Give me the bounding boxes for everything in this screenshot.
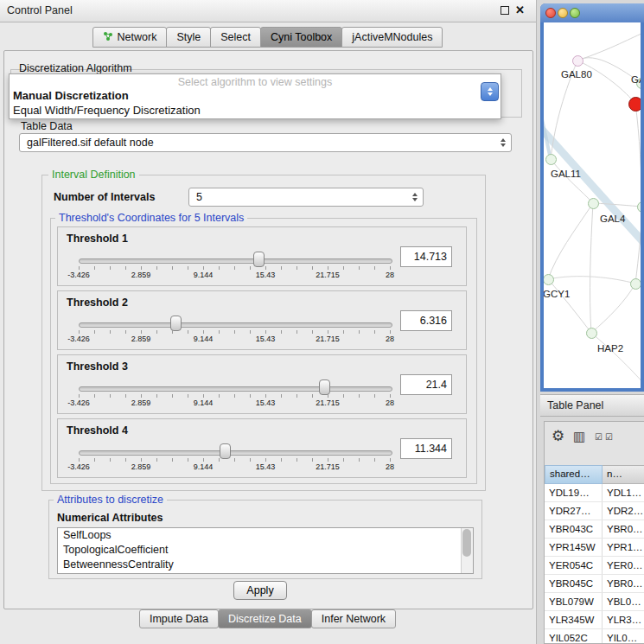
threshold-label: Threshold 4: [67, 424, 128, 437]
slider-thumb[interactable]: [253, 252, 265, 267]
tick-label: 15.43: [256, 399, 276, 407]
control-panel-titlebar: Control Panel ✕: [0, 0, 536, 22]
threshold-label: Threshold 1: [67, 233, 128, 245]
tab-label: Network: [118, 31, 157, 43]
tab-impute-data[interactable]: Impute Data: [139, 609, 219, 628]
scrollbar-thumb[interactable]: [462, 529, 471, 557]
network-node[interactable]: [630, 278, 641, 290]
tick-label: -3.426: [67, 399, 90, 407]
network-titlebar[interactable]: [540, 3, 644, 22]
tab-style[interactable]: Style: [166, 27, 211, 48]
tab-network[interactable]: Network: [92, 27, 168, 48]
checkbox-icon[interactable]: ☑: [595, 432, 603, 442]
dropdown-placeholder: Select algorithm to view settings: [10, 76, 501, 88]
tab-infer-network[interactable]: Infer Network: [311, 609, 396, 628]
number-of-intervals-combobox[interactable]: 5: [188, 188, 424, 207]
threshold-label: Threshold 2: [67, 296, 128, 309]
tab-select[interactable]: Select: [210, 27, 261, 48]
algorithm-group-legend: Discretization Algorithm: [19, 62, 132, 74]
float-window-icon[interactable]: [501, 6, 509, 15]
table-cell: YPR145W: [545, 539, 603, 556]
algorithm-option[interactable]: Equal Width/Frequency Discretization: [13, 104, 201, 117]
network-node[interactable]: [545, 154, 557, 165]
table-row[interactable]: YBR043CYBR0…: [545, 520, 644, 539]
slider-track[interactable]: [79, 322, 392, 328]
table-row[interactable]: YLR345WYLR3…: [545, 611, 644, 629]
table-row[interactable]: YIL052CYIL0…: [545, 629, 644, 644]
list-item[interactable]: BetweennessCentrality: [58, 558, 473, 572]
slider-track[interactable]: [79, 258, 392, 264]
close-light-icon[interactable]: [545, 8, 556, 18]
network-node-red[interactable]: [628, 97, 641, 112]
slider-thumb[interactable]: [170, 316, 182, 331]
network-node-label: GAL80: [561, 69, 592, 80]
columns-icon[interactable]: ▥: [573, 429, 585, 444]
algorithm-option[interactable]: Manual Discretization: [13, 89, 129, 102]
network-canvas[interactable]: GAL80GAGAL11GAL4GCY1HAP2: [544, 22, 641, 388]
tab-label: Cyni Toolbox: [271, 31, 332, 43]
close-icon[interactable]: ✕: [515, 3, 525, 16]
tick-label: 9.144: [194, 271, 214, 279]
slider-thumb[interactable]: [319, 379, 330, 395]
spinner-arrows-icon: [412, 193, 418, 201]
slider-thumb[interactable]: [220, 443, 231, 459]
panel-title: Control Panel: [7, 4, 73, 16]
tab-label: Style: [176, 31, 201, 43]
table-header-row: shared…n…: [545, 465, 644, 484]
table-data-combobox[interactable]: galFiltered.sif default node: [19, 133, 512, 152]
numerical-attributes-label: Numerical Attributes: [57, 512, 163, 524]
checkbox-icon[interactable]: ☑: [605, 432, 613, 442]
slider-ticks: [79, 266, 392, 270]
zoom-light-icon[interactable]: [570, 8, 580, 18]
network-tab-icon: [103, 31, 113, 44]
tick-label: 2.859: [131, 462, 151, 471]
table-row[interactable]: YBL079WYBL0…: [545, 593, 644, 611]
algorithm-combobox-button[interactable]: [481, 82, 499, 101]
tick-label: 2.859: [131, 271, 151, 279]
table-cell: YDL1…: [603, 484, 644, 501]
table-row[interactable]: YDL19…YDL1…: [545, 484, 644, 502]
network-node-label: GAL4: [600, 214, 625, 224]
tick-label: 2.859: [131, 399, 151, 407]
scrollbar[interactable]: [461, 528, 473, 573]
tick-label: 28: [386, 462, 394, 471]
tick-label: 28: [386, 271, 394, 279]
table-row[interactable]: YPR145WYPR1…: [545, 539, 644, 557]
tick-label: 28: [386, 399, 394, 407]
slider-track[interactable]: [79, 386, 392, 392]
table-cell: YBR043C: [545, 520, 603, 538]
algorithm-dropdown-popup: Select algorithm to view settings Manual…: [9, 73, 501, 119]
attributes-list[interactable]: SelfLoopsTopologicalCoefficientBetweenne…: [57, 527, 474, 574]
tab-label: Infer Network: [322, 613, 386, 625]
network-node[interactable]: [586, 328, 597, 339]
table-row[interactable]: YDR27…YDR2…: [545, 502, 644, 520]
threshold-label: Threshold 3: [67, 360, 128, 373]
list-item[interactable]: SelfLoops: [58, 528, 473, 543]
threshold-value-field[interactable]: 6.316: [400, 310, 452, 331]
threshold-value-field[interactable]: 21.4: [400, 374, 452, 395]
list-item[interactable]: TopologicalCoefficient: [58, 543, 473, 558]
network-node[interactable]: [588, 198, 599, 209]
network-node[interactable]: [544, 274, 554, 285]
minimize-light-icon[interactable]: [558, 8, 568, 18]
apply-button[interactable]: Apply: [233, 581, 287, 600]
slider-track[interactable]: [79, 450, 392, 456]
table-cell: YDL19…: [545, 484, 603, 501]
tick-label: 9.144: [194, 399, 214, 407]
network-node-label: GA: [631, 74, 641, 85]
tab-cyni-toolbox[interactable]: Cyni Toolbox: [260, 27, 342, 48]
table-row[interactable]: YBR045CYBR0…: [545, 575, 644, 593]
column-header[interactable]: shared…: [545, 465, 603, 484]
table-row[interactable]: YER054CYER0…: [545, 557, 644, 575]
threshold-panel: Threshold 4-3.4262.8599.14415.4321.71528…: [57, 418, 467, 478]
thresholds-group-legend: Threshold's Coordinates for 5 Intervals: [55, 212, 247, 224]
tab-discretize-data[interactable]: Discretize Data: [218, 609, 312, 628]
tab-jactivemnodules[interactable]: jActiveMNodules: [341, 27, 443, 48]
column-header[interactable]: n…: [603, 465, 644, 484]
node-table: shared…n… YDL19…YDL1…YDR27…YDR2…YBR043CY…: [545, 465, 644, 644]
network-node[interactable]: [572, 55, 583, 67]
table-cell: YPR1…: [603, 539, 644, 556]
threshold-value-field[interactable]: 14.713: [400, 246, 452, 267]
threshold-value-field[interactable]: 11.344: [400, 438, 452, 459]
gear-icon[interactable]: ⚙: [552, 427, 564, 445]
